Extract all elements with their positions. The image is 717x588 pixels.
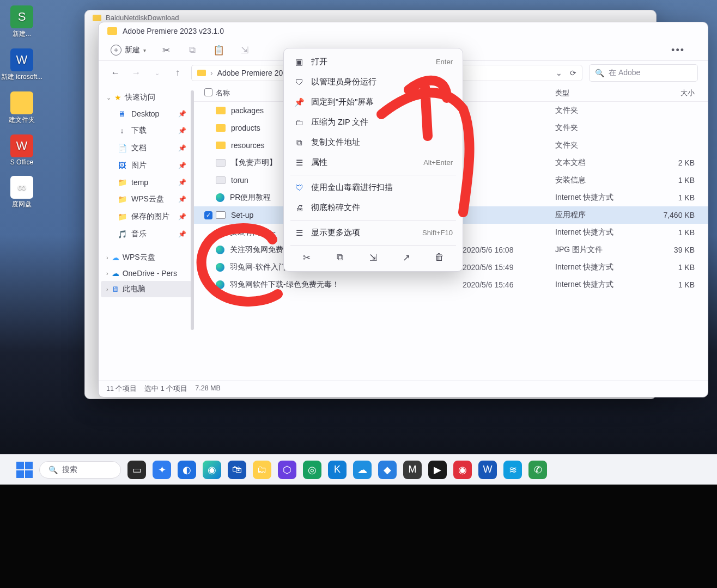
recent-button[interactable]: ⌄ [150, 70, 164, 77]
new-button-label: 新建 [125, 45, 140, 55]
sidebar-item[interactable]: 📄文档📌 [101, 139, 192, 157]
select-all-checkbox[interactable] [204, 88, 212, 96]
sidebar-item[interactable]: 📁WPS云盘📌 [101, 191, 192, 208]
breadcrumb-text: Adobe Premiere 20 [217, 69, 283, 77]
taskbar-search[interactable]: 🔍 搜索 [39, 461, 121, 479]
desktop-icon[interactable]: ∞度网盘 [10, 176, 33, 209]
start-button[interactable] [16, 462, 33, 478]
monitor-bezel [0, 485, 717, 588]
app-icon[interactable]: K [328, 461, 347, 479]
taskview-icon[interactable]: ▭ [127, 461, 146, 479]
copy-icon[interactable]: ⧉ [186, 44, 198, 56]
folder-icon [107, 27, 117, 35]
ctx-action-icon[interactable]: ⇲ [365, 252, 381, 264]
titlebar: Adobe Premiere 2023 v23.1.0 [99, 22, 708, 40]
new-button[interactable]: ＋ 新建 ▾ [111, 45, 146, 56]
explorer-icon[interactable]: 🗂 [253, 461, 271, 479]
context-menu-item[interactable]: 🖨彻底粉碎文件 [287, 198, 459, 218]
context-menu-item[interactable]: 📌固定到"开始"屏幕 [287, 92, 459, 112]
wps-label: WPS云盘 [123, 253, 155, 262]
context-menu-item[interactable]: 🗀压缩为 ZIP 文件 [287, 112, 459, 132]
app-icon[interactable]: ◐ [178, 461, 196, 479]
chevron-down-icon[interactable]: ⌄ [556, 69, 562, 77]
ctx-action-icon[interactable]: ⧉ [332, 252, 348, 264]
sidebar-onedrive[interactable]: ›☁ OneDrive - Pers [101, 266, 192, 281]
rename-icon[interactable]: ⇲ [239, 44, 251, 56]
taskbar-search-label: 搜索 [62, 465, 77, 475]
app-icon[interactable]: ☁ [353, 461, 372, 479]
app-icon[interactable]: M [403, 461, 422, 479]
taskbar: 🔍 搜索 ▭ ✦ ◐ ◉ 🛍 🗂 ⬡ ◎ K ☁ ◆ M ▶ ◉ W ≋ ✆ [0, 454, 717, 485]
quick-access-label: 快速访问 [125, 93, 155, 102]
edge-icon[interactable]: ◉ [203, 461, 221, 479]
col-size[interactable]: 大小 [659, 88, 708, 98]
back-button[interactable]: ← [108, 68, 123, 78]
status-count: 11 个项目 [106, 384, 137, 394]
status-size: 7.28 MB [195, 384, 221, 394]
sidebar-item[interactable]: 📁保存的图片📌 [101, 208, 192, 225]
folder-icon [93, 15, 101, 21]
sidebar-quick-access[interactable]: ⌄★ 快速访问 [101, 89, 192, 106]
search-icon: 🔍 [595, 69, 604, 77]
desktop-icon[interactable]: W新建 icrosoft... [1, 48, 42, 82]
app-icon[interactable]: ≋ [503, 461, 522, 479]
app-icon[interactable]: ✆ [528, 461, 547, 479]
context-menu: ▣打开Enter🛡以管理员身份运行📌固定到"开始"屏幕🗀压缩为 ZIP 文件⧉复… [283, 48, 463, 272]
ctx-action-icon[interactable]: ↗ [398, 252, 415, 264]
folder-icon [197, 70, 206, 76]
store-icon[interactable]: 🛍 [228, 461, 246, 479]
sidebar-this-pc[interactable]: ›🖥 此电脑 [101, 281, 192, 297]
onedrive-label: OneDrive - Pers [123, 269, 177, 278]
up-button[interactable]: ↑ [171, 68, 185, 78]
app-icon[interactable]: ◆ [378, 461, 397, 479]
sidebar-item[interactable]: 📁temp📌 [101, 174, 192, 191]
desktop-icon[interactable]: WS Office [10, 134, 33, 166]
context-menu-item[interactable]: ⧉复制文件地址 [287, 132, 459, 152]
app-icon[interactable]: ✦ [153, 461, 171, 479]
context-menu-actions: ✂⧉⇲↗🗑 [287, 248, 459, 268]
sidebar-item[interactable]: 🖥Desktop📌 [101, 106, 192, 122]
context-menu-item[interactable]: 🛡使用金山毒霸进行扫描 [287, 177, 459, 198]
ctx-action-icon[interactable]: 🗑 [432, 252, 448, 264]
app-icon[interactable]: ◉ [453, 461, 472, 479]
search-input[interactable]: 🔍 在 Adobe [589, 64, 698, 82]
context-menu-item[interactable]: 🛡以管理员身份运行 [287, 72, 459, 92]
refresh-icon[interactable]: ⟳ [570, 69, 576, 77]
app-icon[interactable]: ◎ [303, 461, 321, 479]
more-icon[interactable]: ••• [671, 45, 685, 56]
sidebar: ⌄★ 快速访问 🖥Desktop📌↓下载📌📄文档📌🖼图片📌📁temp📌📁WPS云… [99, 85, 194, 381]
file-row[interactable]: 羽兔网软件下载-绿色免费无毒！ 2020/5/6 15:46Internet 快… [194, 276, 708, 293]
context-menu-item[interactable]: ▣打开Enter [287, 52, 459, 72]
desktop-icon[interactable]: 建文件夹 [9, 91, 35, 125]
cut-icon[interactable]: ✂ [160, 44, 172, 56]
app-icon[interactable]: ▶ [428, 461, 447, 479]
paste-icon[interactable]: 📋 [212, 44, 224, 56]
sidebar-item[interactable]: ↓下载📌 [101, 122, 192, 139]
col-type[interactable]: 类型 [555, 88, 659, 98]
word-icon[interactable]: W [478, 461, 497, 479]
search-icon: 🔍 [48, 465, 58, 474]
sidebar-item[interactable]: 🎵音乐📌 [101, 225, 192, 243]
desktop-icon[interactable]: S新建... [10, 5, 33, 39]
parent-window-title: BaiduNetdiskDownload [106, 14, 179, 22]
this-pc-label: 此电脑 [123, 284, 145, 294]
window-title: Adobe Premiere 2023 v23.1.0 [123, 27, 224, 35]
desktop-icons: S新建...W新建 icrosoft...建文件夹WS Office∞度网盘 [0, 5, 44, 209]
status-selection: 选中 1 个项目 [144, 384, 187, 394]
forward-button[interactable]: → [129, 68, 143, 78]
search-placeholder: 在 Adobe [609, 68, 640, 78]
status-bar: 11 个项目 选中 1 个项目 7.28 MB [99, 381, 708, 397]
ctx-action-icon[interactable]: ✂ [299, 252, 315, 264]
sidebar-wps[interactable]: ›☁ WPS云盘 [101, 249, 192, 266]
app-icon[interactable]: ⬡ [278, 461, 296, 479]
sidebar-item[interactable]: 🖼图片📌 [101, 157, 192, 174]
context-menu-item[interactable]: ☰显示更多选项Shift+F10 [287, 223, 459, 243]
context-menu-item[interactable]: ☰属性Alt+Enter [287, 152, 459, 173]
